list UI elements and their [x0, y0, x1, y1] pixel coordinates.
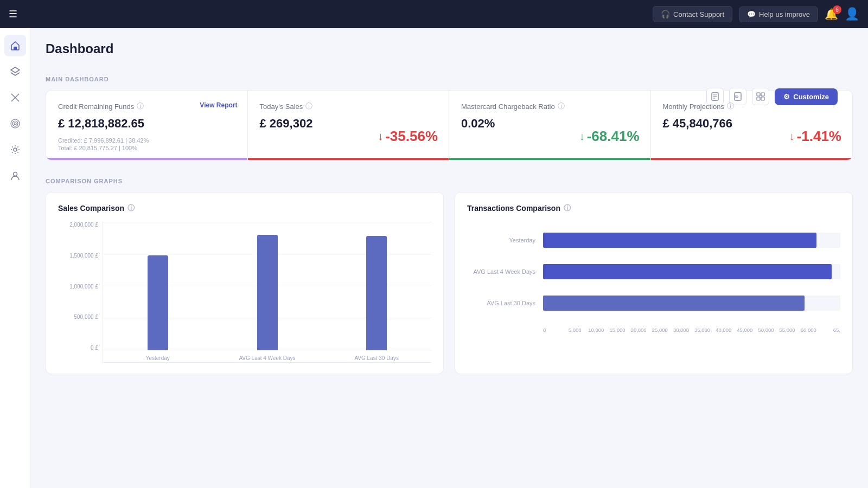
x-tick-60k: 60,000	[798, 327, 819, 333]
bar-group-4week: AVG Last 4 Week Days	[224, 222, 311, 350]
sidebar-item-settings[interactable]	[4, 139, 26, 160]
x-tick-50k: 50,000	[755, 327, 776, 333]
contact-support-button[interactable]: 🎧 Contact Support	[653, 6, 732, 22]
navbar: ☰ 🎧 Contact Support 💬 Help us improve 🔔 …	[0, 0, 868, 28]
kpi-change-projections: ↓ -1.41%	[789, 128, 841, 145]
bar-4week	[257, 235, 278, 350]
x-axis-labels: 0 5,000 10,000 15,000 20,000 25,000 30,0…	[467, 327, 840, 333]
kpi-title-sales: Today's Sales ⓘ	[260, 101, 437, 111]
x-tick-25k: 25,000	[649, 327, 671, 333]
transactions-chart-card: Transactions Comparison ⓘ Yesterday AVG …	[455, 192, 853, 374]
contact-support-label: Contact Support	[673, 10, 724, 18]
hbar-fill-yesterday	[543, 233, 816, 248]
kpi-card-sales: Today's Sales ⓘ £ 269,302 ↓ -35.56%	[248, 91, 450, 160]
app-body: Dashboard	[0, 28, 868, 488]
page-header-area: Dashboard	[46, 41, 853, 67]
kpi-bar-credit	[46, 158, 247, 160]
kpi-cards-row: Credit Remaining Funds ⓘ View Report £ 1…	[46, 90, 853, 160]
x-tick-45k: 45,000	[734, 327, 755, 333]
x-tick-35k: 35,000	[692, 327, 713, 333]
x-tick-15k: 15,000	[607, 327, 628, 333]
bar-label-yesterday: Yesterday	[146, 355, 170, 361]
kpi-card-credit: Credit Remaining Funds ⓘ View Report £ 1…	[46, 91, 248, 160]
hbar-group-yesterday: Yesterday	[467, 233, 840, 248]
x-tick-65k: 65,	[819, 327, 840, 333]
x-tick-30k: 30,000	[671, 327, 692, 333]
notification-badge: 6	[833, 5, 841, 14]
headset-icon: 🎧	[661, 10, 670, 18]
hbar-fill-30days	[543, 296, 805, 311]
x-tick-10k: 10,000	[585, 327, 607, 333]
mastercard-help-icon[interactable]: ⓘ	[558, 101, 565, 111]
sidebar-item-layers[interactable]	[4, 61, 26, 82]
svg-point-3	[14, 123, 16, 125]
y-label-500k: 500,000 £	[58, 314, 103, 320]
view-report-link[interactable]: View Report	[200, 101, 237, 109]
svg-point-6	[14, 148, 17, 151]
sales-chart-title: Sales Comparison ⓘ	[58, 203, 431, 213]
navbar-left: ☰	[9, 8, 17, 20]
hamburger-button[interactable]: ☰	[9, 8, 17, 20]
arrow-down-icon: ↓	[378, 130, 383, 143]
layers-icon	[10, 66, 21, 77]
y-label-0: 0 £	[58, 345, 103, 351]
sidebar-item-chart[interactable]	[4, 87, 26, 108]
main-content: Dashboard	[30, 28, 868, 488]
hbar-chart: Yesterday AVG Last 4 Week Days AVG Last …	[467, 222, 840, 333]
svg-point-4	[12, 121, 18, 126]
hbar-fill-4week	[543, 264, 832, 279]
hbar-group-4week: AVG Last 4 Week Days	[467, 264, 840, 279]
main-dashboard-section-label: MAIN DASHBOARD	[46, 76, 853, 82]
svg-point-7	[13, 172, 17, 176]
arrow-down-green-icon: ↓	[579, 130, 585, 143]
bar-30days	[366, 236, 387, 350]
kpi-title-projections: Monthly Projections ⓘ	[663, 101, 841, 111]
kpi-value-credit: £ 12,818,882.65	[58, 117, 235, 131]
sales-bar-chart: 0 £ 500,000 £ 1,000,000 £ 1,500,000 £ 2,…	[58, 222, 431, 363]
navbar-right: 🎧 Contact Support 💬 Help us improve 🔔 6 …	[653, 6, 859, 22]
notifications-button[interactable]: 🔔 6	[825, 8, 838, 21]
hbar-group-30days: AVG Last 30 Days	[467, 296, 840, 311]
help-improve-button[interactable]: 💬 Help us improve	[739, 7, 818, 22]
kpi-change-value-mastercard: -68.41%	[587, 128, 640, 145]
sidebar-item-user[interactable]	[4, 165, 26, 187]
settings-icon	[10, 144, 21, 155]
user-avatar-icon: 👤	[845, 7, 859, 21]
transactions-chart-help-icon[interactable]: ⓘ	[564, 203, 571, 213]
y-label-2m: 2,000,000 £	[58, 222, 103, 228]
x-tick-5k: 5,000	[564, 327, 585, 333]
comment-icon: 💬	[747, 10, 756, 18]
hbar-track-4week	[543, 264, 840, 279]
comparison-section-label: COMPARISON GRAPHS	[46, 178, 853, 184]
kpi-change-value-sales: -35.56%	[385, 128, 438, 145]
sales-chart-help-icon[interactable]: ⓘ	[127, 203, 135, 213]
kpi-change-value-projections: -1.41%	[797, 128, 841, 145]
transactions-chart-title: Transactions Comparison ⓘ	[467, 203, 840, 213]
sales-help-icon[interactable]: ⓘ	[305, 101, 312, 111]
sidebar-item-home[interactable]	[4, 35, 26, 56]
x-tick-40k: 40,000	[713, 327, 734, 333]
kpi-bar-sales	[248, 158, 449, 160]
credit-help-icon[interactable]: ⓘ	[137, 101, 144, 111]
hbar-label-30days: AVG Last 30 Days	[467, 300, 543, 306]
bars-area: Yesterday AVG Last 4 Week Days AVG Last …	[103, 222, 431, 363]
fingerprint-icon	[10, 118, 21, 129]
y-axis: 0 £ 500,000 £ 1,000,000 £ 1,500,000 £ 2,…	[58, 222, 103, 363]
hamburger-icon: ☰	[9, 9, 17, 20]
user-profile-button[interactable]: 👤	[845, 7, 859, 21]
kpi-title-mastercard: Mastercard Chargeback Ratio ⓘ	[461, 101, 639, 111]
home-icon	[10, 40, 21, 51]
sidebar-item-fingerprint[interactable]	[4, 113, 26, 134]
bar-group-30days: AVG Last 30 Days	[333, 222, 420, 350]
kpi-sub1-credit: Credited: £ 7,996,892.61 | 38.42%	[58, 137, 235, 144]
projections-help-icon[interactable]: ⓘ	[727, 101, 734, 111]
arrow-down-proj-icon: ↓	[789, 130, 795, 143]
x-tick-55k: 55,000	[777, 327, 798, 333]
y-label-1m: 1,000,000 £	[58, 284, 103, 290]
hbar-track-yesterday	[543, 233, 840, 248]
kpi-change-mastercard: ↓ -68.41%	[579, 128, 640, 145]
bar-group-yesterday: Yesterday	[114, 222, 202, 350]
hbar-label-yesterday: Yesterday	[467, 237, 543, 243]
kpi-bar-mastercard	[449, 158, 650, 160]
bars-flex: Yesterday AVG Last 4 Week Days AVG Last …	[103, 222, 431, 350]
